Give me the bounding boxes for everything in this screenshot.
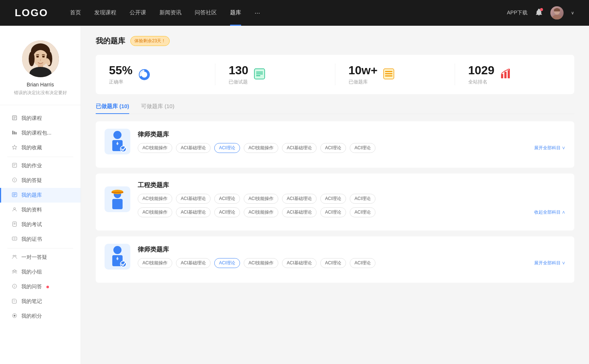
sidebar-item-my-cert[interactable]: 我的证书 [0,232,81,247]
tag-eng-2-2[interactable]: ACI基础理论 [176,207,211,217]
tag-lawyer2-2[interactable]: ACI基础理论 [176,258,211,268]
sidebar-item-my-packages[interactable]: 我的课程包... [0,126,81,140]
tag-eng-2-3[interactable]: ACI理论 [214,207,240,217]
svg-rect-66 [112,192,123,193]
sidebar-item-my-profile[interactable]: 我的资料 [0,203,81,217]
nav-home[interactable]: 首页 [70,9,81,17]
qbank-tags-lawyer-2: ACI技能操作 ACI基础理论 ACI理论 ACI技能操作 ACI基础理论 AC… [138,258,565,268]
tag-lawyer2-5[interactable]: ACI基础理论 [282,258,317,268]
qbank-card-lawyer-2: 律师类题库 ACI技能操作 ACI基础理论 ACI理论 ACI技能操作 ACI基… [96,236,574,283]
nav-qa[interactable]: 问答社区 [195,9,217,17]
notification-bell[interactable] [535,8,543,18]
svg-text:?: ? [14,179,15,182]
sidebar-label-my-notes: 我的笔记 [21,298,42,305]
profile-icon [11,207,18,213]
tag-eng-2-7[interactable]: ACI理论 [350,207,375,217]
tag-eng-2-4[interactable]: ACI技能操作 [244,207,278,217]
tag-lawyer2-3[interactable]: ACI理论 [214,258,240,268]
nav-qbank[interactable]: 题库 [230,9,241,17]
profile-avatar-svg [22,40,59,77]
tag-lawyer2-1[interactable]: ACI技能操作 [138,258,172,268]
sidebar-item-my-notes[interactable]: 我的笔记 [0,294,81,309]
tag-eng-1-3[interactable]: ACI理论 [214,194,240,204]
nav-news[interactable]: 新闻资讯 [159,9,181,17]
sidebar-item-my-exam[interactable]: 我的考试 [0,217,81,232]
sidebar-item-my-questions[interactable]: ? 我的问答 [0,279,81,294]
done-banks-icon [383,68,396,81]
nav-more[interactable]: ··· [254,9,260,17]
svg-point-1 [552,15,562,19]
svg-point-39 [15,270,17,272]
svg-point-59 [113,131,121,139]
collapse-engineer[interactable]: 收起全部科目 ∧ [534,209,565,215]
tag-lawyer2-6[interactable]: ACI理论 [320,258,346,268]
tag-eng-2-1[interactable]: ACI技能操作 [138,207,172,217]
profile-motto: 错误的决定比没有决定要好 [14,90,67,96]
tag-lawyer2-4[interactable]: ACI技能操作 [244,258,278,268]
tag-eng-2-5[interactable]: ACI基础理论 [282,207,317,217]
qbank-details-lawyer-2: 律师类题库 ACI技能操作 ACI基础理论 ACI理论 ACI技能操作 ACI基… [138,245,565,268]
sidebar-item-my-qa[interactable]: ? 我的答疑 [0,173,81,188]
nav-dropdown-chevron[interactable]: ∨ [571,10,574,15]
tag-lawyer1-2[interactable]: ACI基础理论 [176,143,211,153]
course-icon [11,115,18,122]
svg-rect-20 [12,163,16,167]
avatar[interactable] [550,6,564,19]
avatar-svg [550,6,564,19]
logo: LOGO [15,7,48,19]
qbank-details-lawyer-1: 律师类题库 ACI技能操作 ACI基础理论 ACI理论 ACI技能操作 ACI基… [138,130,565,153]
qbank-tags-lawyer-1: ACI技能操作 ACI基础理论 ACI理论 ACI技能操作 ACI基础理论 AC… [138,143,565,153]
tag-eng-1-7[interactable]: ACI理论 [350,194,375,204]
homework-icon [11,163,18,169]
tag-eng-2-6[interactable]: ACI理论 [320,207,346,217]
qbank-title-lawyer-1: 律师类题库 [138,130,565,139]
tag-lawyer1-1[interactable]: ACI技能操作 [138,143,172,153]
sidebar-item-my-group[interactable]: 我的小组 [0,265,81,279]
tag-lawyer2-7[interactable]: ACI理论 [350,258,375,268]
stat-done-text: 130 已做试题 [229,64,248,85]
tag-eng-1-6[interactable]: ACI理论 [320,194,346,204]
main-content: 我的题库 体验剩余23天！ 55% 正确率 [81,26,589,364]
tag-eng-1-1[interactable]: ACI技能操作 [138,194,172,204]
notification-dot [540,8,543,11]
svg-marker-19 [12,145,17,149]
tag-eng-1-5[interactable]: ACI基础理论 [282,194,317,204]
svg-rect-53 [385,73,392,74]
sidebar-item-my-qbank[interactable]: 我的题库 [0,188,81,203]
tag-lawyer1-6[interactable]: ACI理论 [320,143,346,153]
sidebar-item-one-on-one[interactable]: 一对一答疑 [0,250,81,265]
sidebar-item-my-points[interactable]: 我的积分 [0,309,81,324]
tag-eng-1-2[interactable]: ACI基础理论 [176,194,211,204]
expand-lawyer-1[interactable]: 展开全部科目 ∨ [534,145,565,151]
nav-links: 首页 发现课程 公开课 新闻资讯 问答社区 题库 ··· [70,9,507,17]
sidebar-item-my-favorites[interactable]: 我的收藏 [0,140,81,155]
done-banks-label: 已做题库 [349,79,378,85]
sidebar-label-my-packages: 我的课程包... [21,130,52,136]
expand-lawyer-2[interactable]: 展开全部科目 ∨ [534,260,565,266]
tag-lawyer1-5[interactable]: ACI基础理论 [282,143,317,153]
svg-point-34 [14,238,15,239]
accuracy-icon [138,68,151,81]
qbank-details-engineer: 工程类题库 ACI技能操作 ACI基础理论 ACI理论 ACI技能操作 ACI基… [138,181,565,217]
tag-eng-1-4[interactable]: ACI技能操作 [244,194,278,204]
tag-lawyer1-3[interactable]: ACI理论 [214,143,240,153]
sidebar-item-my-courses[interactable]: 我的课程 [0,111,81,126]
tab-done-banks[interactable]: 已做题库 (10) [96,103,129,114]
sidebar-label-my-points: 我的积分 [21,313,42,320]
tag-lawyer1-7[interactable]: ACI理论 [350,143,375,153]
navbar: LOGO 首页 发现课程 公开课 新闻资讯 问答社区 题库 ··· APP下载 [0,0,589,26]
stat-rank: 1029 全站排名 [455,64,574,85]
stats-bar: 55% 正确率 130 已做试题 [96,55,574,94]
qbank-header-lawyer-2: 律师类题库 ACI技能操作 ACI基础理论 ACI理论 ACI技能操作 ACI基… [105,244,565,270]
nav-discover[interactable]: 发现课程 [94,9,116,17]
nav-opencourse[interactable]: 公开课 [130,9,146,17]
app-download-link[interactable]: APP下载 [507,10,528,16]
sidebar-item-my-homework[interactable]: 我的作业 [0,158,81,173]
tab-available-banks[interactable]: 可做题库 (10) [141,103,174,114]
main-layout: Brian Harris 错误的决定比没有决定要好 我的课程 我的课程包... [0,26,589,364]
stat-done-questions: 130 已做试题 [215,64,335,85]
svg-rect-55 [501,74,503,78]
tag-lawyer1-4[interactable]: ACI技能操作 [244,143,278,153]
qbank-card-lawyer-1: 律师类题库 ACI技能操作 ACI基础理论 ACI理论 ACI技能操作 ACI基… [96,121,574,168]
qbank-title-engineer: 工程类题库 [138,181,565,189]
